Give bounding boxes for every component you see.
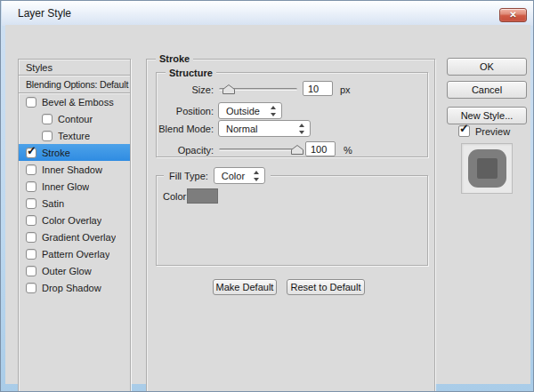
sidebar-item-inner-shadow[interactable]: Inner Shadow [19,161,130,178]
sidebar-item-inner-glow[interactable]: Inner Glow [19,178,130,195]
dialog-body: Styles Blending Options: Default Bevel &… [5,25,530,384]
sidebar-item-blending-options[interactable]: Blending Options: Default [19,76,130,93]
stepper-icon [254,171,260,181]
fill-type-legend: Fill Type: Color [164,166,271,185]
layer-style-dialog: Layer Style ✕ Styles Blending Options: D… [0,0,534,392]
checkbox-icon[interactable] [26,164,36,175]
checkbox-icon[interactable] [26,283,36,293]
preview-stroke-ring [468,149,506,188]
checkbox-icon[interactable] [42,131,53,141]
sidebar-item-color-overlay[interactable]: Color Overlay [19,212,130,228]
color-label: Color: [163,191,189,202]
size-input[interactable] [303,81,333,96]
panel-title: Stroke [156,52,193,65]
blend-mode-dropdown[interactable]: Normal [218,120,311,137]
position-label: Position: [157,106,214,116]
preview-label: Preview [475,126,510,137]
opacity-label: Opacity: [157,145,214,156]
preview-fill-square [477,158,498,179]
checkbox-icon[interactable] [26,232,36,243]
sidebar-item-contour[interactable]: Contour [19,110,130,127]
checkbox-icon[interactable] [42,114,53,124]
blend-mode-label: Blend Mode: [157,124,214,134]
stepper-icon [271,106,277,116]
close-button[interactable]: ✕ [499,8,527,22]
checkbox-checked-icon[interactable]: ✓ [26,148,36,158]
size-slider[interactable] [219,88,297,91]
close-icon: ✕ [509,10,516,20]
structure-group-title: Structure [166,67,216,79]
ok-button[interactable]: OK [447,58,527,76]
fill-type-group: Fill Type: Color Color: [156,175,428,266]
sidebar-item-pattern-overlay[interactable]: Pattern Overlay [19,245,130,262]
sidebar-item-texture[interactable]: Texture [19,127,130,144]
make-default-button[interactable]: Make Default [213,279,277,295]
checkbox-icon[interactable] [26,181,36,192]
window-title: Layer Style [18,7,71,20]
checkbox-icon[interactable] [26,198,36,209]
sidebar-item-drop-shadow[interactable]: Drop Shadow [19,279,130,296]
sidebar-item-outer-glow[interactable]: Outer Glow [19,262,130,279]
size-slider-thumb[interactable] [222,84,235,94]
opacity-input[interactable] [305,141,336,156]
sidebar-item-stroke[interactable]: ✓ Stroke [19,144,130,161]
cancel-button[interactable]: Cancel [447,81,527,99]
fill-type-dropdown[interactable]: Color [214,167,265,184]
checkbox-icon[interactable] [26,215,36,226]
stepper-icon [299,124,305,134]
reset-to-default-button[interactable]: Reset to Default [287,279,365,295]
sidebar-item-satin[interactable]: Satin [19,195,130,212]
stroke-settings-panel: Stroke Structure Size: px Position: Outs… [146,59,435,392]
checkbox-icon[interactable] [26,97,36,108]
opacity-unit: % [344,145,352,156]
opacity-slider[interactable] [219,148,303,151]
sidebar-item-bevel-emboss[interactable]: Bevel & Emboss [19,93,130,110]
preview-toggle[interactable]: ✓ Preview [458,125,510,137]
structure-group: Structure Size: px Position: Outside Ble… [156,72,428,157]
style-preview-thumbnail [461,143,513,194]
sidebar-item-gradient-overlay[interactable]: Gradient Overlay [19,228,130,245]
position-value: Outside [226,106,260,116]
blend-mode-value: Normal [226,124,257,134]
size-unit: px [340,84,351,95]
styles-header: Styles [19,60,130,76]
checkbox-icon[interactable] [26,266,36,276]
styles-panel: Styles Blending Options: Default Bevel &… [18,59,131,392]
titlebar[interactable]: Layer Style ✕ [2,1,533,26]
fill-type-value: Color [222,171,245,181]
opacity-slider-thumb[interactable] [291,145,303,155]
size-label: Size: [157,84,214,95]
preview-checkbox[interactable]: ✓ [458,125,470,137]
stroke-color-swatch[interactable] [187,188,218,204]
fill-type-label: Fill Type: [169,171,208,181]
checkbox-icon[interactable] [26,249,36,260]
position-dropdown[interactable]: Outside [218,102,282,119]
